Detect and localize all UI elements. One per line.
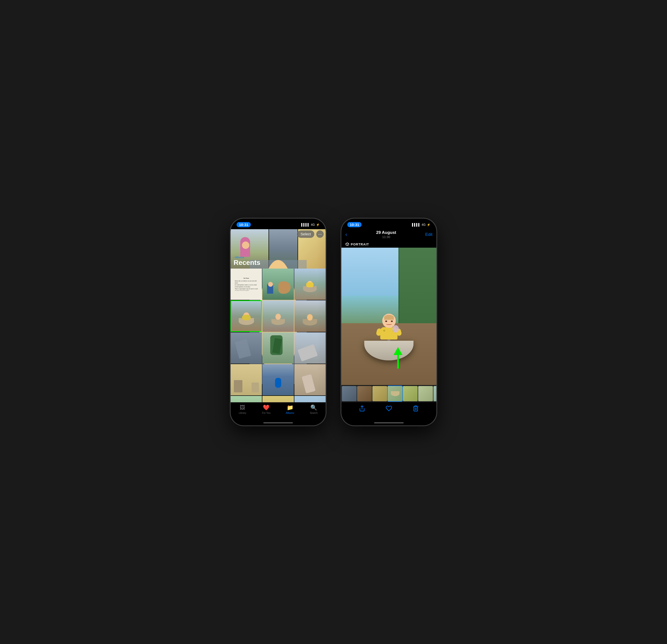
cube-icon — [345, 242, 349, 246]
home-bar-right — [374, 422, 404, 423]
baby-hair — [384, 315, 394, 320]
for-you-icon: ❤️ — [263, 404, 270, 411]
photo-time: 11:30 — [382, 235, 390, 239]
edit-button[interactable]: Edit — [425, 232, 433, 237]
home-indicator-left — [231, 420, 326, 425]
battery-right: ⚡ — [427, 223, 430, 226]
dot1 — [383, 329, 385, 332]
detail-bottom-bar — [341, 402, 436, 420]
tab-bar: 🖼 Library ❤️ For You 📁 Albums 🔍 Search — [231, 402, 326, 420]
tab-albums[interactable]: 📁 Albums — [278, 404, 302, 414]
select-button[interactable]: Select — [297, 230, 314, 238]
grid-cell-1[interactable]: Its Face Space ails us moderna: we are s… — [231, 269, 262, 300]
photo-actions: Select ··· — [297, 230, 324, 238]
arrow-head — [393, 347, 403, 355]
detail-title-block: 29 August 11:30 — [376, 230, 396, 239]
tab-library[interactable]: 🖼 Library — [231, 404, 255, 414]
signal-icon-right: ▌▌▌▌ — [412, 223, 420, 226]
detail-back-button[interactable]: ‹ — [345, 231, 347, 238]
home-bar-left — [263, 422, 293, 423]
photo-grid-area: Its Face Space ails us moderna: we are s… — [231, 269, 326, 402]
trash-button[interactable] — [412, 405, 419, 413]
phones-container: 10:31 ▌▌▌▌ 4G ⚡ ‹ Albums — [230, 218, 437, 426]
home-indicator-right — [341, 420, 436, 425]
tab-for-you[interactable]: ❤️ For You — [255, 404, 278, 414]
strip-photo-7 — [434, 386, 436, 401]
baby-hood — [393, 325, 399, 333]
time-left: 10:31 — [237, 222, 251, 227]
photos-app: 10:31 ▌▌▌▌ 4G ⚡ ‹ Albums — [231, 219, 326, 425]
strip-cell-2[interactable] — [357, 386, 372, 401]
share-button[interactable] — [359, 405, 365, 413]
strip-photo-active — [388, 386, 403, 401]
right-phone: 10:31 ▌▌▌▌ 4G ⚡ ‹ 29 August 11:30 Edit — [341, 218, 437, 426]
baby-smile — [386, 323, 392, 325]
battery-left: ⚡ — [316, 223, 320, 226]
svg-marker-1 — [346, 243, 349, 244]
grid-cell-9[interactable] — [231, 364, 262, 396]
green-arrow — [393, 347, 403, 369]
network-right: 4G — [422, 223, 425, 226]
grid-cell-selected[interactable] — [231, 300, 262, 332]
portrait-badge[interactable]: PORTRAIT — [341, 241, 436, 248]
strip-photo-3 — [372, 386, 387, 401]
baby-figure — [380, 327, 397, 339]
grid-cell-7[interactable] — [262, 332, 294, 364]
recents-title: Recents — [233, 259, 260, 267]
notch-left — [260, 219, 297, 226]
main-photo[interactable] — [341, 248, 436, 385]
detail-app: 10:31 ▌▌▌▌ 4G ⚡ ‹ 29 August 11:30 Edit — [341, 219, 436, 425]
grid-cell-10[interactable] — [262, 364, 294, 396]
bowl-container — [364, 335, 413, 360]
strip-cell-1[interactable] — [342, 386, 357, 401]
grid-cell-11[interactable] — [294, 364, 326, 396]
strip-photo-6 — [418, 386, 433, 401]
grid-cell-12[interactable] — [231, 396, 262, 402]
more-button[interactable]: ··· — [316, 230, 324, 238]
left-screen: 10:31 ▌▌▌▌ 4G ⚡ ‹ Albums — [231, 219, 326, 425]
back-nav[interactable]: ‹ Albums — [233, 256, 260, 259]
right-screen: 10:31 ▌▌▌▌ 4G ⚡ ‹ 29 August 11:30 Edit — [341, 219, 436, 425]
strip-cell-7[interactable] — [434, 386, 436, 401]
library-label: Library — [239, 412, 246, 414]
network-left: 4G — [311, 223, 315, 226]
status-icons-left: ▌▌▌▌ 4G ⚡ — [301, 223, 320, 226]
arrow-shaft — [397, 355, 399, 369]
strip-cell-5[interactable] — [403, 386, 418, 401]
albums-label: Albums — [286, 412, 294, 414]
time-right: 10:31 — [347, 222, 361, 227]
library-icon: 🖼 — [240, 404, 245, 411]
search-label: Search — [310, 412, 318, 414]
grid-cell-4[interactable] — [262, 300, 294, 332]
grid-cell-5[interactable] — [294, 300, 326, 332]
strip-photo-1 — [342, 386, 357, 401]
baby-eye-right — [391, 321, 393, 322]
grid-cell-3[interactable] — [294, 269, 326, 300]
strip-cell-3[interactable] — [372, 386, 387, 401]
grid-cell-8[interactable] — [294, 332, 326, 364]
baby-jacket — [380, 327, 397, 339]
grid-cell-6[interactable] — [231, 332, 262, 364]
detail-header: ‹ 29 August 11:30 Edit — [341, 229, 436, 241]
status-icons-right: ▌▌▌▌ 4G ⚡ — [412, 223, 430, 226]
grid-cell-2[interactable] — [262, 269, 294, 300]
heart-button[interactable] — [386, 405, 392, 413]
left-phone: 10:31 ▌▌▌▌ 4G ⚡ ‹ Albums — [230, 218, 326, 426]
for-you-label: For You — [262, 412, 271, 414]
signal-icon-left: ▌▌▌▌ — [301, 223, 310, 226]
baby-eye-left — [385, 321, 387, 322]
portrait-label: PORTRAIT — [351, 242, 369, 246]
grid-cell-14[interactable] — [294, 396, 326, 402]
filmstrip[interactable] — [341, 385, 436, 402]
strip-cell-6[interactable] — [418, 386, 433, 401]
top-photo-row: ‹ Albums Recents — [231, 229, 326, 269]
strip-photo-5 — [403, 386, 418, 401]
baby-head — [382, 313, 396, 328]
grid-cell-13[interactable] — [262, 396, 294, 402]
search-icon: 🔍 — [310, 404, 317, 411]
bowl-shape — [364, 341, 413, 360]
tab-search[interactable]: 🔍 Search — [302, 404, 326, 414]
albums-icon: 📁 — [287, 404, 293, 411]
strip-cell-active[interactable] — [388, 386, 403, 401]
albums-back-label[interactable]: Albums — [235, 256, 244, 259]
